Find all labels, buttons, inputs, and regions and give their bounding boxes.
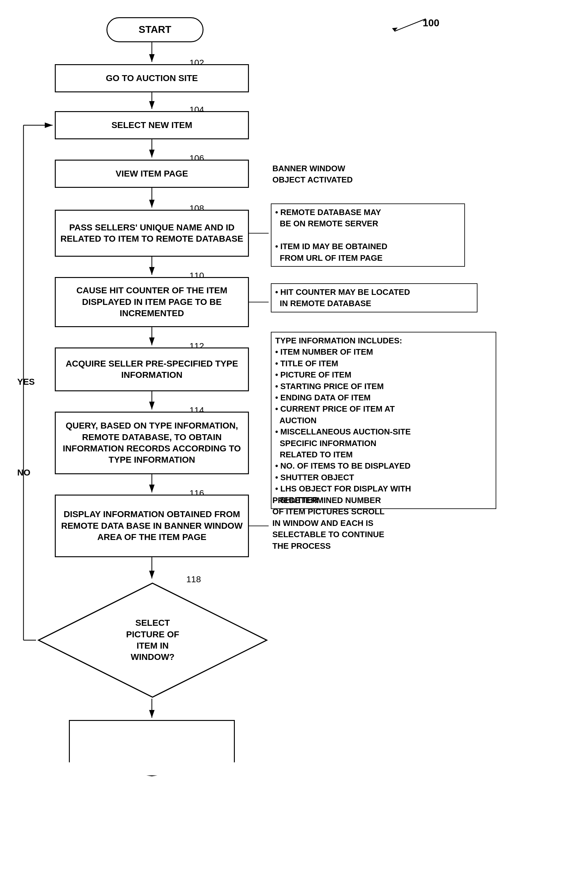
node-116: DISPLAY INFORMATION OBTAINED FROM REMOTE… [55,495,249,557]
node-102: GO TO AUCTION SITE [55,64,249,92]
yes-label: YES [17,376,35,388]
node-112: ACQUIRE SELLER PRE-SPECIFIED TYPE INFORM… [55,348,249,391]
start-node: START [106,17,204,42]
annotation-116: PREDETERMINED NUMBER OF ITEM PICTURES SC… [272,495,492,552]
pentagon-node [69,720,235,777]
annotation-110: • HIT COUNTER MAY BE LOCATED IN REMOTE D… [271,283,477,312]
svg-line-0 [394,19,426,31]
annotation-112: TYPE INFORMATION INCLUDES: • ITEM NUMBER… [271,332,496,509]
ref-100-arrow [385,16,435,34]
node-108: PASS SELLERS' UNIQUE NAME AND ID RELATED… [55,210,249,257]
node-114: QUERY, BASED ON TYPE INFORMATION, REMOTE… [55,412,249,474]
annotation-108: • REMOTE DATABASE MAY BE ON REMOTE SERVE… [271,204,465,267]
no-label: NO [17,466,30,479]
node-106: VIEW ITEM PAGE [55,160,249,188]
flowchart-diagram: 100 START 102 GO TO AUCTION SITE 104 SEL… [0,0,588,874]
node-118: SELECTPICTURE OFITEM INWINDOW? [36,581,269,700]
annotation-106: BANNER WINDOWOBJECT ACTIVATED [272,163,404,186]
node-110: CAUSE HIT COUNTER OF THE ITEM DISPLAYED … [55,277,249,327]
node-104: SELECT NEW ITEM [55,111,249,139]
